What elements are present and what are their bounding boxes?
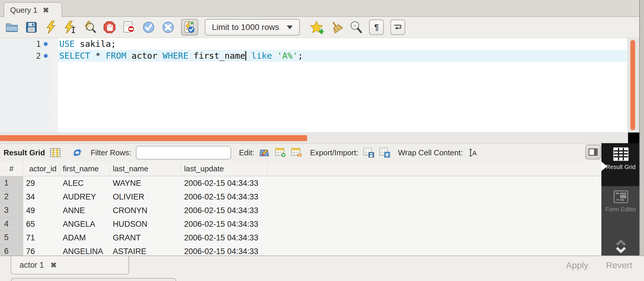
data-cell[interactable]: 2006-02-15 04:34:33 xyxy=(181,217,267,231)
data-cell[interactable]: ADAM xyxy=(60,231,110,245)
table-row[interactable]: 349ANNECRONYN2006-02-15 04:34:33 xyxy=(0,204,601,217)
partial-tab[interactable] xyxy=(11,278,176,281)
save-icon[interactable] xyxy=(25,21,38,34)
sidebar-item-form-editor[interactable]: Form Editor xyxy=(601,186,640,225)
data-cell[interactable]: 29 xyxy=(23,176,60,190)
table-row[interactable]: 129ALECWAYNE2006-02-15 04:34:33 xyxy=(0,176,601,190)
execute-query-icon[interactable] xyxy=(44,21,57,34)
chevron-down-icon[interactable] xyxy=(614,247,627,253)
data-cell[interactable]: 2006-02-15 04:34:33 xyxy=(181,204,267,217)
rollback-icon[interactable] xyxy=(162,21,175,34)
sql-code-editor[interactable]: 12 USE sakila;SELECT * FROM actor WHERE … xyxy=(0,38,639,132)
code-token-keyword: FROM xyxy=(106,51,126,61)
gutter-line-2[interactable]: 2 xyxy=(0,50,51,62)
table-row[interactable]: 676ANGELINAASTAIRE2006-02-15 04:34:33 xyxy=(0,245,601,256)
table-row[interactable]: 465ANGELAHUDSON2006-02-15 04:34:33 xyxy=(0,217,601,231)
column-header-filler xyxy=(267,162,601,176)
statement-marker-dot xyxy=(44,42,48,46)
stop-query-icon[interactable] xyxy=(103,21,116,34)
explain-plan-icon[interactable] xyxy=(83,21,96,34)
import-recordset-icon[interactable] xyxy=(379,147,390,158)
data-cell[interactable]: AUDREY xyxy=(60,190,110,204)
refresh-icon[interactable] xyxy=(72,147,83,158)
open-file-icon[interactable] xyxy=(5,21,18,34)
data-cell[interactable]: 2006-02-15 04:34:33 xyxy=(181,245,267,256)
data-cell[interactable]: ASTAIRE xyxy=(110,245,181,256)
export-recordset-icon[interactable] xyxy=(363,147,374,158)
column-header-rownum[interactable]: # xyxy=(0,162,23,176)
editor-horizontal-scrollbar-thumb[interactable] xyxy=(0,135,307,141)
find-search-icon[interactable]: A xyxy=(350,21,363,34)
sidebar-form-editor-label: Form Editor xyxy=(605,206,636,213)
filter-rows-label: Filter Rows: xyxy=(91,148,131,157)
result-grid-title: Result Grid xyxy=(4,148,45,157)
data-cell[interactable]: 34 xyxy=(23,190,60,204)
row-number-cell: 3 xyxy=(0,204,23,217)
line-number: 1 xyxy=(0,39,41,49)
column-header-last_name[interactable]: last_name xyxy=(110,162,181,176)
sidebar-result-grid-label: Result Grid xyxy=(606,163,635,170)
beautify-query-icon[interactable] xyxy=(330,21,343,34)
data-cell[interactable]: WAYNE xyxy=(110,176,181,190)
svg-text:A: A xyxy=(472,149,477,157)
close-icon[interactable]: ✖ xyxy=(51,261,57,269)
data-cell[interactable]: 71 xyxy=(23,231,60,245)
autocommit-toggle-button[interactable] xyxy=(181,19,198,36)
result-grid-table[interactable]: #actor_idfirst_namelast_namelast_update … xyxy=(0,162,601,256)
column-header-actor_id[interactable]: actor_id xyxy=(23,162,60,176)
chevron-up-icon[interactable] xyxy=(614,240,627,246)
statement-marker-dot xyxy=(44,54,48,58)
close-icon[interactable]: ✖ xyxy=(43,7,49,14)
column-header-last_update[interactable]: last_update xyxy=(181,162,267,176)
revert-button[interactable]: Revert xyxy=(606,260,632,270)
limit-rows-dropdown[interactable]: Limit to 1000 rows xyxy=(205,19,300,36)
edit-record-icon[interactable] xyxy=(259,147,270,158)
data-cell[interactable]: GRANT xyxy=(110,231,181,245)
selected-panel-notch xyxy=(601,162,607,171)
data-cell[interactable]: 2006-02-15 04:34:33 xyxy=(181,231,267,245)
editor-vertical-scrollbar[interactable] xyxy=(627,38,639,132)
data-cell[interactable]: 49 xyxy=(23,204,60,217)
delete-row-icon[interactable] xyxy=(291,147,302,158)
tab-actor-1[interactable]: actor 1 ✖ xyxy=(11,256,129,274)
data-cell[interactable]: HUDSON xyxy=(110,217,181,231)
toggle-word-wrap-button[interactable] xyxy=(390,20,405,35)
code-token-plain: sakila; xyxy=(75,39,116,49)
filter-rows-input[interactable] xyxy=(142,147,234,158)
data-cell[interactable]: CRONYN xyxy=(110,204,181,217)
data-cell[interactable]: 65 xyxy=(23,217,60,231)
code-token-keyword: SELECT xyxy=(59,51,90,61)
data-cell[interactable]: ANGELINA xyxy=(60,245,110,256)
apply-button[interactable]: Apply xyxy=(566,260,588,270)
table-row[interactable]: 571ADAMGRANT2006-02-15 04:34:33 xyxy=(0,231,601,245)
code-token-keyword: WHERE xyxy=(162,51,188,61)
data-cell[interactable]: ALEC xyxy=(60,176,110,190)
data-cell[interactable]: 2006-02-15 04:34:33 xyxy=(181,176,267,190)
commit-icon[interactable] xyxy=(142,21,155,34)
save-snippet-icon[interactable] xyxy=(310,21,323,34)
insert-row-icon[interactable] xyxy=(275,147,286,158)
result-grid-icon xyxy=(50,147,61,158)
table-row[interactable]: 234AUDREYOLIVIER2006-02-15 04:34:33 xyxy=(0,190,601,204)
row-number-cell: 6 xyxy=(0,245,23,256)
stop-on-error-toggle-icon[interactable] xyxy=(123,21,136,34)
data-cell[interactable]: OLIVIER xyxy=(110,190,181,204)
wrap-cell-content-icon[interactable]: A xyxy=(468,147,479,158)
data-cell[interactable]: ANNE xyxy=(60,204,110,217)
show-invisible-characters-button[interactable]: ¶ xyxy=(369,20,384,35)
gutter-line-1[interactable]: 1 xyxy=(0,38,51,50)
code-token-keyword: like xyxy=(246,51,277,61)
editor-horizontal-scrollbar[interactable] xyxy=(0,132,639,143)
code-line-2[interactable]: SELECT * FROM actor WHERE first_name lik… xyxy=(59,50,303,62)
editor-vertical-scrollbar-thumb[interactable] xyxy=(630,40,635,130)
toggle-sidebar-button[interactable] xyxy=(585,145,601,159)
code-line-1[interactable]: USE sakila; xyxy=(59,38,116,50)
column-header-first_name[interactable]: first_name xyxy=(60,162,110,176)
tab-query-1[interactable]: Query 1 ✖ xyxy=(4,2,62,17)
data-cell[interactable]: ANGELA xyxy=(60,217,110,231)
execute-current-statement-icon[interactable] xyxy=(64,21,77,34)
filter-rows-searchbox[interactable] xyxy=(136,146,231,159)
data-cell[interactable]: 2006-02-15 04:34:33 xyxy=(181,190,267,204)
data-cell[interactable]: 76 xyxy=(23,245,60,256)
window-right-edge xyxy=(639,0,644,281)
